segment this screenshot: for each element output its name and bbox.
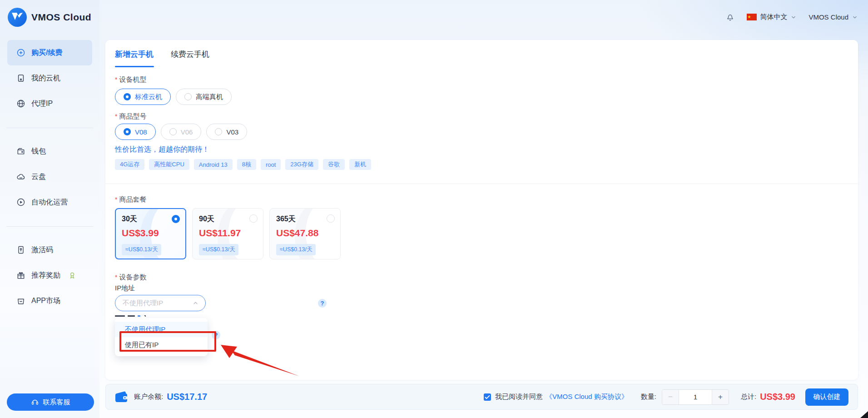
radio-icon [327, 214, 335, 223]
sidebar-item-proxy-ip[interactable]: 代理IP [7, 91, 92, 116]
app-title: VMOS Cloud [31, 12, 91, 23]
notification-bell-icon[interactable] [725, 12, 735, 22]
feature-tag: root [261, 159, 281, 170]
product-model-label: *商品型号 [115, 112, 146, 121]
quantity-increase-button[interactable]: + [712, 390, 729, 404]
ip-select[interactable]: 不使用代理IP [115, 295, 206, 311]
device-type-standard[interactable]: 标准云机 [115, 89, 171, 105]
vmos-logo-icon [8, 8, 27, 27]
agreement-link[interactable]: 《VMOS Cloud 购买协议》 [546, 393, 628, 401]
required-mark: * [115, 76, 117, 83]
cloud-icon [16, 172, 25, 181]
quantity-decrease-button[interactable]: − [662, 390, 679, 404]
confirm-create-button[interactable]: 确认创建 [805, 388, 848, 406]
radio-icon [249, 214, 258, 223]
feature-tag: 8核 [237, 159, 256, 170]
option-no-proxy-ip[interactable]: 不使用代理IP [115, 322, 208, 337]
app-store-icon [16, 296, 25, 305]
package-365-days[interactable]: 365天 US$47.88 ≈US$0.13/天 [269, 208, 341, 259]
sidebar-divider [6, 128, 93, 128]
model-v03[interactable]: V03 [206, 124, 247, 140]
total-label: 总计: [741, 393, 756, 401]
tab-new-cloud-phone[interactable]: 新增云手机 [115, 49, 154, 60]
sidebar-item-label: 购买/续费 [31, 48, 62, 58]
active-tab-underline [115, 66, 154, 67]
ip-help-icon[interactable]: ? [318, 299, 327, 308]
sidebar-menu: 购买/续费 我的云机 代理IP 钱包 云盘 自动化运营 激活码 [0, 40, 99, 314]
device-type-options: 标准云机 高端真机 [115, 89, 232, 105]
sidebar-item-label: 激活码 [31, 245, 53, 255]
product-model-options: V08 V06 V03 [115, 124, 247, 140]
logo: VMOS Cloud [0, 0, 99, 34]
sidebar-item-activation-code[interactable]: 激活码 [7, 237, 92, 263]
sidebar-item-label: 自动化运营 [31, 198, 68, 207]
section-divider [105, 184, 858, 184]
feature-tag: 高性能CPU [149, 159, 189, 170]
tab-renew-cloud-phone[interactable]: 续费云手机 [171, 49, 209, 60]
required-mark: * [115, 113, 117, 120]
cloud-phone-icon [16, 74, 25, 83]
account-label: VMOS Cloud [808, 13, 848, 21]
headset-icon [31, 398, 39, 406]
balance-wallet-icon [115, 391, 129, 403]
radio-selected-icon [124, 128, 131, 135]
contact-support-button[interactable]: 联系客服 [7, 393, 94, 411]
package-30-days[interactable]: 30天 US$3.99 ≈US$0.13/天 [115, 208, 186, 259]
quantity-label: 数量: [641, 393, 656, 401]
feature-tag: 23G存储 [285, 159, 318, 170]
china-flag-icon: ★ [747, 14, 757, 20]
required-mark: * [115, 196, 117, 203]
promo-text: 性价比首选，超越你的期待！ [115, 145, 209, 154]
package-options: 30天 US$3.99 ≈US$0.13/天 90天 US$11.97 ≈US$… [115, 208, 341, 259]
radio-icon [215, 128, 222, 135]
purchase-panel: 新增云手机 续费云手机 *设备机型 标准云机 高端真机 *商品型号 V08 V0… [105, 40, 858, 380]
play-circle-icon [16, 198, 25, 207]
radio-icon [184, 93, 192, 100]
ip-address-label: IP地址 [115, 284, 135, 293]
chevron-down-icon [852, 14, 858, 20]
plus-circle-icon [16, 48, 25, 57]
balance-value: US$17.17 [167, 392, 207, 402]
sidebar-item-referral[interactable]: 推荐奖励 [7, 263, 92, 288]
contact-support-label: 联系客服 [43, 398, 70, 407]
sidebar: VMOS Cloud 购买/续费 我的云机 代理IP 钱包 云盘 自动化运营 [0, 0, 99, 418]
header-actions: ★ 简体中文 VMOS Cloud [725, 0, 858, 34]
sidebar-item-app-market[interactable]: APP市场 [7, 288, 92, 314]
medal-badge-icon [68, 271, 76, 279]
agreement-checkbox[interactable] [484, 393, 491, 401]
sidebar-item-wallet[interactable]: 钱包 [7, 139, 92, 164]
device-type-label: *设备机型 [115, 75, 146, 84]
model-v06[interactable]: V06 [161, 124, 202, 140]
balance-label: 账户余额: [134, 393, 163, 401]
sidebar-item-label: 钱包 [31, 147, 46, 156]
checkout-bar: 账户余额: US$17.17 我已阅读并同意 《VMOS Cloud 购买协议》… [105, 384, 858, 410]
feature-tags: 4G运存 高性能CPU Android 13 8核 root 23G存储 谷歌 … [115, 159, 371, 170]
globe-icon [16, 99, 25, 108]
option-use-existing-ip[interactable]: 使用已有IP [115, 337, 208, 353]
cursor-artifact [860, 411, 868, 418]
quantity-stepper: − 1 + [662, 389, 729, 405]
quantity-value[interactable]: 1 [679, 390, 712, 404]
sidebar-item-cloud-drive[interactable]: 云盘 [7, 164, 92, 189]
ip-dropdown: 不使用代理IP 使用已有IP [115, 318, 208, 356]
feature-tag: 4G运存 [115, 159, 144, 170]
device-type-premium[interactable]: 高端真机 [176, 89, 232, 105]
sidebar-item-buy-renew[interactable]: 购买/续费 [7, 40, 92, 65]
account-menu[interactable]: VMOS Cloud [808, 13, 858, 21]
per-day-badge: ≈US$0.13/天 [122, 244, 161, 255]
model-v08[interactable]: V08 [115, 124, 156, 140]
sidebar-item-label: 我的云机 [31, 74, 60, 83]
sidebar-item-automation[interactable]: 自动化运营 [7, 189, 92, 215]
language-switcher[interactable]: ★ 简体中文 [747, 13, 797, 21]
sidebar-item-label: APP市场 [31, 296, 60, 306]
chevron-down-icon [790, 14, 797, 20]
package-90-days[interactable]: 90天 US$11.97 ≈US$0.13/天 [192, 208, 263, 259]
tab-bar: 新增云手机 续费云手机 [115, 49, 209, 60]
sidebar-item-label: 推荐奖励 [31, 271, 60, 280]
sidebar-item-my-devices[interactable]: 我的云机 [7, 65, 92, 91]
total-value: US$3.99 [760, 392, 795, 402]
wallet-icon [16, 147, 25, 156]
gift-icon [16, 271, 25, 280]
activation-code-icon [16, 245, 25, 254]
package-label: *商品套餐 [115, 195, 146, 204]
